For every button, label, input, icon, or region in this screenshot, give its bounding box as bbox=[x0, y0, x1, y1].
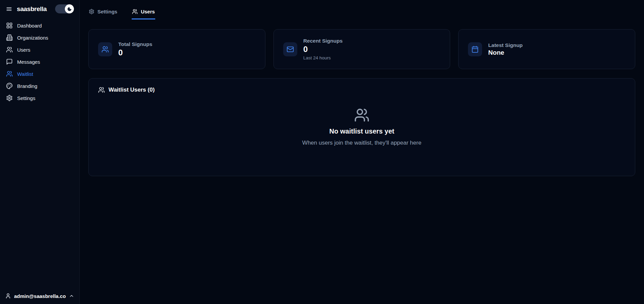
stat-cards-row: Total Signups 0 Recent Signups 0 Last 24… bbox=[88, 29, 635, 69]
calendar-icon bbox=[468, 42, 482, 56]
palette-icon bbox=[6, 83, 13, 89]
sidebar-item-dashboard[interactable]: Dashboard bbox=[3, 19, 76, 32]
empty-state-title: No waitlist users yet bbox=[329, 128, 394, 135]
sidebar-item-settings[interactable]: Settings bbox=[3, 92, 76, 104]
panel-header: Waitlist Users (0) bbox=[98, 87, 626, 93]
menu-toggle-button[interactable] bbox=[5, 5, 13, 13]
stat-card-total-signups: Total Signups 0 bbox=[88, 29, 265, 69]
moon-icon bbox=[67, 6, 72, 12]
stat-card-body: Total Signups 0 bbox=[118, 41, 152, 57]
hamburger-icon bbox=[6, 6, 12, 12]
sidebar-item-label: Messages bbox=[17, 59, 40, 65]
message-square-icon bbox=[6, 58, 13, 65]
stat-card-title: Latest Signup bbox=[488, 42, 522, 48]
users-icon bbox=[98, 87, 105, 93]
panel-title: Waitlist Users (0) bbox=[109, 87, 155, 93]
stat-card-value: None bbox=[488, 49, 522, 56]
sidebar-item-organizations[interactable]: Organizations bbox=[3, 32, 76, 44]
sidebar-item-label: Users bbox=[17, 47, 30, 53]
stat-card-subtitle: Last 24 hours bbox=[303, 55, 343, 60]
stat-card-value: 0 bbox=[118, 48, 152, 57]
users-icon bbox=[354, 107, 370, 123]
sidebar-item-waitlist[interactable]: Waitlist bbox=[3, 68, 76, 80]
theme-toggle-thumb bbox=[65, 4, 74, 13]
user-icon bbox=[5, 293, 11, 299]
app-window: saasbrella Dashboard Organi bbox=[0, 0, 644, 304]
tab-bar: Settings Users bbox=[88, 0, 635, 19]
sidebar-header: saasbrella bbox=[0, 0, 79, 17]
sidebar-item-label: Waitlist bbox=[17, 71, 33, 77]
tab-label: Users bbox=[141, 9, 155, 14]
users-icon bbox=[132, 9, 138, 14]
users-icon bbox=[6, 70, 13, 77]
stat-card-title: Total Signups bbox=[118, 41, 152, 47]
layout-grid-icon bbox=[6, 22, 13, 29]
mail-icon bbox=[283, 42, 297, 56]
users-icon bbox=[6, 46, 13, 53]
sidebar-nav: Dashboard Organizations Users Messages bbox=[0, 17, 79, 106]
tab-settings[interactable]: Settings bbox=[88, 9, 118, 19]
brand-logo: saasbrella bbox=[17, 5, 47, 13]
sidebar-item-label: Settings bbox=[17, 95, 35, 101]
building-icon bbox=[6, 34, 13, 41]
stat-card-latest-signup: Latest Signup None bbox=[458, 29, 635, 69]
stat-card-title: Recent Signups bbox=[303, 38, 343, 44]
tab-users[interactable]: Users bbox=[132, 9, 155, 19]
sidebar: saasbrella Dashboard Organi bbox=[0, 0, 80, 304]
gear-icon bbox=[6, 95, 13, 101]
main-content: Settings Users Total Signups 0 bbox=[80, 0, 644, 304]
sidebar-item-messages[interactable]: Messages bbox=[3, 56, 76, 68]
sidebar-item-label: Dashboard bbox=[17, 23, 42, 29]
waitlist-users-panel: Waitlist Users (0) No waitlist users yet… bbox=[88, 78, 635, 176]
stat-card-body: Recent Signups 0 Last 24 hours bbox=[303, 38, 343, 60]
sidebar-item-branding[interactable]: Branding bbox=[3, 80, 76, 92]
theme-toggle-switch[interactable] bbox=[55, 4, 74, 13]
empty-state-subtitle: When users join the waitlist, they'll ap… bbox=[302, 140, 422, 146]
sidebar-item-label: Branding bbox=[17, 83, 37, 89]
stat-card-body: Latest Signup None bbox=[488, 42, 522, 56]
sidebar-item-label: Organizations bbox=[17, 35, 48, 41]
account-email: admin@saasbrella.co bbox=[14, 293, 66, 299]
sidebar-item-users[interactable]: Users bbox=[3, 44, 76, 56]
tab-label: Settings bbox=[97, 9, 117, 14]
stat-card-value: 0 bbox=[303, 45, 343, 54]
stat-card-recent-signups: Recent Signups 0 Last 24 hours bbox=[273, 29, 450, 69]
empty-state: No waitlist users yet When users join th… bbox=[98, 107, 626, 146]
chevron-up-icon bbox=[69, 293, 74, 299]
gear-icon bbox=[89, 9, 94, 14]
account-menu-trigger[interactable]: admin@saasbrella.co bbox=[0, 288, 79, 304]
users-icon bbox=[98, 42, 112, 56]
